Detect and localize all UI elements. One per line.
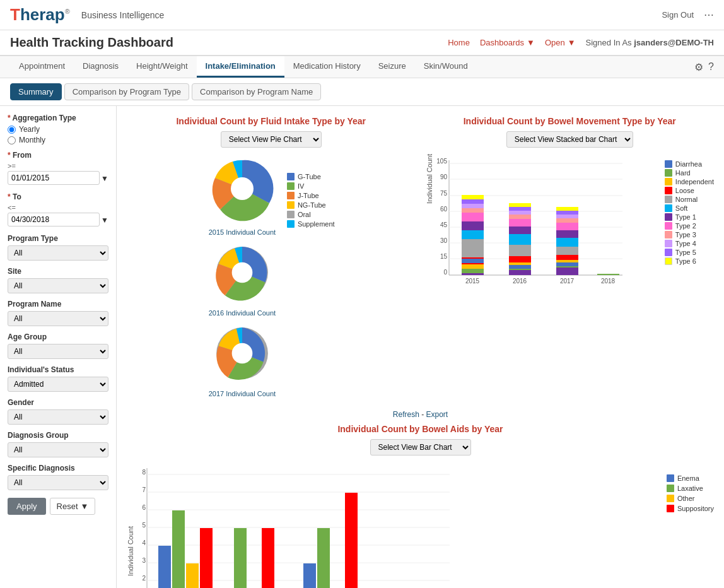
gender-section: Gender All bbox=[8, 398, 108, 425]
chart3-view-select[interactable]: Select View Bar Chart bbox=[370, 439, 471, 456]
radio-monthly[interactable]: Monthly bbox=[8, 136, 108, 144]
main-content: * Aggregation Type Yearly Monthly * From… bbox=[0, 106, 724, 588]
radio-yearly[interactable]: Yearly bbox=[8, 125, 108, 134]
legend-color-oral bbox=[287, 211, 295, 218]
chart2-svg: 105 90 75 60 45 30 15 0 bbox=[433, 154, 635, 324]
svg-rect-56 bbox=[556, 223, 578, 230]
svg-text:2: 2 bbox=[142, 575, 146, 582]
age-group-label: Age Group bbox=[8, 332, 108, 341]
svg-point-3 bbox=[232, 262, 253, 283]
legend-type6: Type 6 bbox=[665, 257, 714, 265]
site-select[interactable]: All bbox=[8, 278, 108, 293]
svg-rect-63 bbox=[556, 262, 578, 266]
from-op: >= bbox=[8, 162, 108, 170]
pie-label-2016[interactable]: 2016 Individual Count bbox=[209, 309, 276, 317]
help-icon[interactable]: ? bbox=[708, 61, 714, 73]
age-group-select[interactable]: All bbox=[8, 344, 108, 359]
home-link[interactable]: Home bbox=[448, 38, 470, 47]
specific-diagnosis-select[interactable]: All bbox=[8, 475, 108, 490]
dashboards-link[interactable]: Dashboards ▼ bbox=[480, 38, 535, 47]
svg-point-1 bbox=[231, 177, 254, 200]
tab-heightweight[interactable]: Height/Weight bbox=[127, 56, 196, 78]
nav-links: Home Dashboards ▼ Open ▼ Signed In As js… bbox=[448, 38, 714, 47]
chart3-title: Individual Count by Bowel Aids by Year bbox=[127, 424, 714, 434]
legend-oral: Oral bbox=[287, 211, 335, 218]
tab-medication-history[interactable]: Medication History bbox=[284, 56, 370, 78]
aggregation-section: * Aggregation Type Yearly Monthly bbox=[8, 114, 108, 144]
gender-label: Gender bbox=[8, 398, 108, 407]
from-input[interactable] bbox=[8, 171, 100, 185]
chart3-content: Individual Count 8 7 6 5 4 3 2 1 0 bbox=[127, 462, 714, 588]
legend-type2: Type 2 bbox=[665, 222, 714, 230]
charts-area: Individual Count by Fluid Intake Type by… bbox=[117, 106, 724, 588]
chart3-svg-area: 8 7 6 5 4 3 2 1 0 bbox=[134, 462, 662, 588]
program-type-select[interactable]: All bbox=[8, 245, 108, 261]
pie-label-2015[interactable]: 2015 Individual Count bbox=[209, 228, 276, 236]
apply-button[interactable]: Apply bbox=[8, 498, 46, 515]
svg-text:90: 90 bbox=[440, 173, 447, 180]
pie-label-2017[interactable]: 2017 Individual Count bbox=[209, 390, 276, 397]
legend-type5: Type 5 bbox=[665, 249, 714, 256]
sub-tab-summary[interactable]: Summary bbox=[10, 83, 62, 100]
chart2-svg-area: 105 90 75 60 45 30 15 0 bbox=[433, 154, 662, 326]
svg-rect-28 bbox=[462, 213, 484, 221]
svg-rect-26 bbox=[462, 204, 484, 208]
to-calendar-icon[interactable]: ▼ bbox=[101, 216, 108, 225]
chart1-view-select[interactable]: Select View Pie Chart bbox=[221, 131, 322, 148]
legend-normal: Normal bbox=[665, 196, 714, 203]
pie-2017 bbox=[211, 322, 274, 385]
svg-rect-54 bbox=[556, 215, 578, 218]
open-link[interactable]: Open ▼ bbox=[545, 38, 576, 47]
svg-rect-55 bbox=[556, 218, 578, 223]
reset-button[interactable]: Reset ▼ bbox=[50, 498, 96, 515]
svg-text:5: 5 bbox=[142, 522, 146, 529]
svg-point-5 bbox=[232, 343, 253, 364]
svg-rect-65 bbox=[597, 274, 619, 275]
export-link[interactable]: Export bbox=[426, 410, 448, 419]
svg-rect-41 bbox=[509, 215, 531, 219]
logo-area: Therap® Business Intelligence bbox=[10, 5, 164, 25]
program-type-section: Program Type All bbox=[8, 234, 108, 261]
tab-diagnosis[interactable]: Diagnosis bbox=[74, 56, 127, 78]
svg-rect-27 bbox=[462, 208, 484, 213]
diagnosis-group-select[interactable]: All bbox=[8, 442, 108, 457]
program-type-label: Program Type bbox=[8, 234, 108, 243]
from-calendar-icon[interactable]: ▼ bbox=[101, 174, 108, 183]
to-label: * To bbox=[8, 192, 108, 201]
svg-rect-38 bbox=[509, 203, 531, 207]
svg-rect-31 bbox=[462, 239, 484, 257]
chart2-content: Individual Count 105 90 75 60 45 30 15 bbox=[426, 154, 715, 326]
gender-select[interactable]: All bbox=[8, 409, 108, 425]
separator: - bbox=[421, 410, 426, 419]
aggregation-label: * Aggregation Type bbox=[8, 114, 108, 122]
pie-legend: G-Tube IV J-Tube NG-Tube bbox=[287, 173, 335, 228]
chart3-legend: Enema Laxative Other Suppository bbox=[667, 474, 714, 512]
tab-skin-wound[interactable]: Skin/Wound bbox=[415, 56, 477, 78]
tab-seizure[interactable]: Seizure bbox=[370, 56, 415, 78]
signout-link[interactable]: Sign Out bbox=[662, 10, 694, 20]
sub-tab-comparison-program-name[interactable]: Comparison by Program Name bbox=[192, 83, 321, 100]
tab-appointment[interactable]: Appointment bbox=[10, 56, 74, 78]
program-name-select[interactable]: All bbox=[8, 311, 108, 326]
svg-rect-52 bbox=[556, 207, 578, 211]
nav-bar: Health Tracking Dashboard Home Dashboard… bbox=[0, 30, 724, 56]
diagnosis-group-section: Diagnosis Group All bbox=[8, 431, 108, 457]
sidebar: * Aggregation Type Yearly Monthly * From… bbox=[0, 106, 117, 588]
chart2-view-select[interactable]: Select View Stacked bar Chart bbox=[506, 131, 633, 148]
refresh-link[interactable]: Refresh bbox=[393, 410, 419, 419]
sub-tab-comparison-program-type[interactable]: Comparison by Program Type bbox=[64, 83, 189, 100]
legend-jtube: J-Tube bbox=[287, 192, 335, 199]
chart3-select-row: Select View Bar Chart bbox=[127, 439, 714, 456]
individuals-status-select[interactable]: Admitted All bbox=[8, 377, 108, 392]
svg-rect-43 bbox=[509, 226, 531, 234]
tab-intake-elimination[interactable]: Intake/Elimination bbox=[197, 56, 284, 78]
site-label: Site bbox=[8, 267, 108, 276]
settings-icon[interactable]: ⚙ bbox=[694, 61, 703, 73]
signed-in-label: Signed In As jsanders@DEMO-TH bbox=[586, 38, 714, 47]
dots-icon[interactable]: ⋯ bbox=[704, 9, 714, 21]
legend-diarrhea: Diarrhea bbox=[665, 160, 714, 168]
to-input[interactable] bbox=[8, 213, 100, 226]
svg-text:2015: 2015 bbox=[465, 278, 479, 285]
header: Therap® Business Intelligence Sign Out ⋯ bbox=[0, 0, 724, 30]
svg-text:75: 75 bbox=[440, 190, 447, 197]
